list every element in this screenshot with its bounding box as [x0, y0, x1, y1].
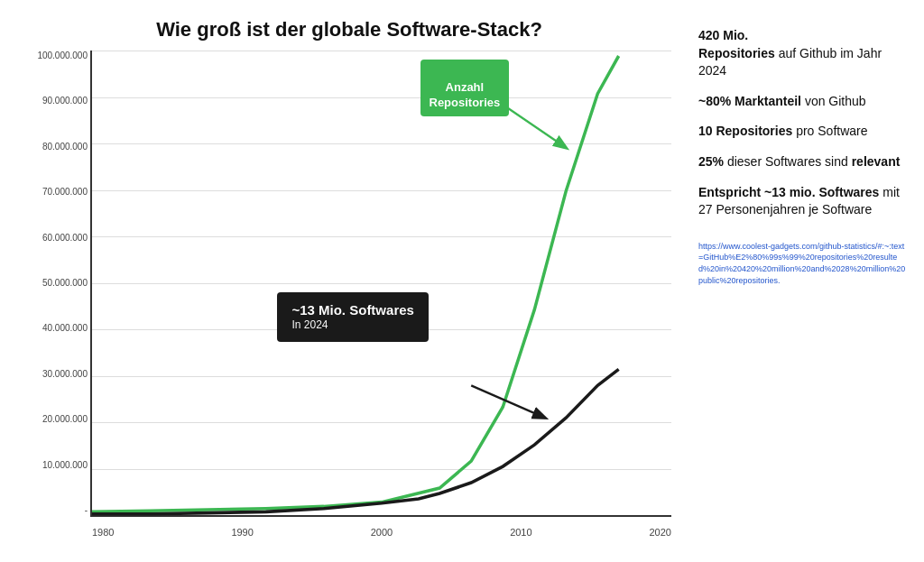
- x-label-1990: 1990: [231, 527, 253, 538]
- y-label-4: 70.000.000: [20, 187, 88, 197]
- y-label-3: 80.000.000: [20, 142, 88, 152]
- svg-line-0: [503, 105, 566, 148]
- right-panel: 420 Mio.Repositories auf Github im Jahr …: [689, 18, 906, 544]
- y-label-11: -: [20, 505, 88, 515]
- y-label-10: 10.000.000: [20, 460, 88, 470]
- y-label-7: 40.000.000: [20, 323, 88, 333]
- y-label-9: 20.000.000: [20, 414, 88, 424]
- y-label-2: 90.000.000: [20, 96, 88, 106]
- stat-13mio: Entspricht ~13 mio. Softwares mit 27 Per…: [698, 184, 906, 219]
- x-axis: 1980 1990 2000 2010 2020: [92, 527, 671, 538]
- stat-10repos: 10 Repositories pro Software: [698, 123, 906, 141]
- y-label-1: 100.000.000: [20, 51, 88, 60]
- stat-420mio: 420 Mio.Repositories auf Github im Jahr …: [698, 27, 906, 80]
- x-label-2020: 2020: [650, 527, 671, 538]
- annotation-black: ~13 Mio. Softwares In 2024: [277, 292, 428, 342]
- stat-80pct: ~80% Marktanteil von Github: [698, 93, 906, 111]
- chart-section: Wie groß ist der globale Software-Stack?…: [18, 18, 680, 544]
- annotation-black-sub: In 2024: [291, 318, 413, 333]
- annotation-black-main: ~13 Mio. Softwares: [291, 302, 413, 318]
- chart-title: Wie groß ist der globale Software-Stack?: [18, 18, 680, 41]
- y-axis: 100.000.000 90.000.000 80.000.000 70.000…: [20, 51, 88, 515]
- y-label-5: 60.000.000: [20, 233, 88, 243]
- stat-25pct: 25% dieser Softwares sind relevant: [698, 153, 906, 171]
- chart-area: 100.000.000 90.000.000 80.000.000 70.000…: [90, 51, 671, 517]
- y-label-8: 30.000.000: [20, 369, 88, 379]
- chart-svg: [92, 51, 671, 515]
- black-line: [92, 369, 619, 513]
- x-label-2000: 2000: [371, 527, 393, 538]
- annotation-green: Anzahl Repositories: [420, 60, 510, 116]
- x-label-1980: 1980: [92, 527, 114, 538]
- source-link: https://www.coolest-gadgets.com/github-s…: [698, 241, 906, 286]
- y-label-6: 50.000.000: [20, 278, 88, 288]
- main-container: Wie groß ist der globale Software-Stack?…: [0, 0, 924, 562]
- x-label-2010: 2010: [510, 527, 531, 538]
- green-line: [92, 56, 619, 511]
